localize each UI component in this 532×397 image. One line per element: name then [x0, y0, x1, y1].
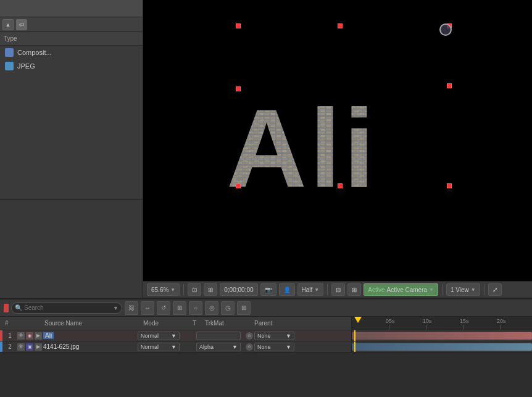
row1-parent-arrow: ▼: [286, 333, 291, 339]
col-icons-header: [17, 317, 42, 330]
list-item-jpeg[interactable]: JPEG: [0, 59, 143, 73]
row2-mode-arrow: ▼: [171, 344, 177, 350]
row2-mode: Normal ▼: [138, 343, 184, 351]
viewport-canvas[interactable]: Ali: [143, 0, 532, 281]
tick-10: [426, 325, 426, 330]
row1-trkmat-dropdown[interactable]: [196, 332, 241, 340]
timeline-area: 🔍 ▼ ⛓ ↔ ↺ ⊞ ○ ◎ ◷ ⊞ # Source Name Mode T: [0, 298, 532, 397]
row2-parent-icon: ⊙: [246, 343, 253, 351]
handle-mr[interactable]: [447, 83, 452, 88]
search-dropdown[interactable]: ▼: [113, 305, 118, 311]
type-column-header: Type: [4, 35, 17, 42]
zoom-value: 65.6%: [151, 286, 168, 293]
row1-left: 1 👁 ◉ ▶ Ali Normal ▼: [0, 330, 352, 341]
project-panel-header: [0, 0, 143, 17]
timeline-search-input[interactable]: [11, 303, 122, 314]
row1-eye-icon[interactable]: 👁: [17, 332, 25, 340]
row1-mode-dropdown[interactable]: Normal ▼: [138, 332, 180, 340]
handle-bc[interactable]: [338, 183, 343, 188]
sep-4: [484, 284, 484, 295]
active-label: Active: [368, 286, 384, 293]
tl-btn-solo[interactable]: ↔: [141, 301, 154, 315]
row2-parent-dropdown[interactable]: None ▼: [254, 343, 294, 351]
ruler-10s: 10s: [423, 318, 432, 324]
row1-num: 1: [2, 332, 17, 339]
view-arrow: ▼: [471, 287, 476, 293]
timecode-display[interactable]: 0;00;00;00: [220, 283, 257, 296]
table-row: 1 👁 ◉ ▶ Ali Normal ▼: [0, 330, 532, 341]
person-btn[interactable]: 👤: [279, 283, 295, 296]
fit-icon: ⊡: [192, 286, 197, 293]
tl-btn-grid[interactable]: ⊞: [173, 301, 186, 315]
project-toolbar: ▲ 🏷: [0, 17, 143, 32]
quality-value: Half: [302, 286, 313, 293]
row2-trkmat-arrow: ▼: [232, 344, 238, 350]
row1-name: Ali: [42, 332, 138, 339]
row1-collapse-icon[interactable]: ▶: [35, 332, 42, 340]
handle-bl[interactable]: [236, 183, 241, 188]
row2-right: [352, 341, 532, 352]
col-name-header: Source Name: [42, 317, 141, 330]
row2-mode-dropdown[interactable]: Normal ▼: [138, 343, 180, 351]
main-viewport: Ali: [143, 0, 532, 298]
col-num-header: #: [2, 317, 17, 330]
row1-parent-dropdown[interactable]: None ▼: [254, 332, 294, 340]
person-icon: 👤: [283, 286, 291, 293]
aspect-btn[interactable]: ⊞: [204, 283, 217, 296]
handle-tc[interactable]: [338, 23, 343, 28]
tl-btn-circle[interactable]: ○: [189, 301, 202, 315]
handle-br[interactable]: [447, 183, 452, 188]
handle-ml[interactable]: [236, 86, 241, 91]
ruler-05s: 05s: [386, 318, 395, 324]
search-wrap: 🔍 ▼: [11, 303, 122, 314]
tick-20: [500, 325, 501, 330]
row1-trkmat: [196, 332, 246, 340]
tl-btn-clock[interactable]: ◷: [221, 301, 235, 315]
row2-trkmat-val: Alpha: [199, 344, 214, 350]
sep-1: [183, 284, 184, 295]
tl-btn-hide[interactable]: ↺: [157, 301, 170, 315]
ruler: 05s 10s 15s 20s: [352, 317, 532, 330]
timeline-toolbar: 🔍 ▼ ⛓ ↔ ↺ ⊞ ○ ◎ ◷ ⊞: [0, 299, 532, 317]
file-list-header: Type: [0, 32, 143, 46]
rotation-handle[interactable]: [439, 23, 452, 36]
tag-btn[interactable]: 🏷: [16, 19, 27, 30]
row1-null-icon[interactable]: ◉: [26, 332, 33, 340]
row2-type-icon[interactable]: ▣: [26, 343, 33, 351]
toggle2-btn[interactable]: ⊞: [347, 283, 361, 296]
zoom-btn[interactable]: 65.6% ▼: [147, 283, 180, 296]
toggle1-btn[interactable]: ⊟: [331, 283, 345, 296]
aspect-icon: ⊞: [208, 286, 213, 293]
row1-mode: Normal ▼: [138, 332, 184, 340]
tl-btn-layers[interactable]: ⊞: [237, 301, 251, 315]
row1-name-text: Ali: [43, 332, 54, 339]
list-item-composition[interactable]: Composit...: [0, 46, 143, 59]
playhead-indicator[interactable]: [354, 317, 362, 323]
empty-timeline-space: [0, 353, 532, 397]
fit-btn[interactable]: ⊡: [188, 283, 201, 296]
expand-icon: ⤢: [493, 286, 497, 293]
camera-snap-btn[interactable]: 📷: [260, 283, 276, 296]
expand-btn[interactable]: ⤢: [488, 283, 502, 296]
tl-btn-target[interactable]: ◎: [205, 301, 218, 315]
row2-trkmat: Alpha ▼: [196, 343, 246, 351]
left-panel: ▲ 🏷 Type Composit... JPEG: [0, 0, 143, 298]
project-file-list: Composit... JPEG: [0, 46, 143, 199]
camera-icon: 📷: [265, 286, 272, 293]
col-parent-header: Parent: [252, 317, 314, 330]
row2-trkmat-dropdown[interactable]: Alpha ▼: [196, 343, 241, 351]
col-trkmat-header: TrkMat: [202, 317, 252, 330]
composition-name: Composit...: [17, 49, 52, 56]
tl-btn-link[interactable]: ⛓: [125, 301, 138, 315]
handle-tl[interactable]: [236, 23, 241, 28]
row2-eye-icon[interactable]: 👁: [17, 343, 25, 351]
camera-view-btn[interactable]: Active Active Camera ▼: [364, 283, 438, 296]
tick-15: [463, 325, 463, 330]
up-arrow-btn[interactable]: ▲: [2, 19, 14, 30]
row1-parent-val: None: [257, 333, 271, 339]
viewport-toolbar: 65.6% ▼ ⊡ ⊞ 0;00;00;00 📷 👤 Half ▼: [143, 281, 532, 298]
zoom-arrow: ▼: [170, 287, 175, 293]
view-btn[interactable]: 1 View ▼: [446, 283, 480, 296]
quality-btn[interactable]: Half ▼: [297, 283, 324, 296]
row2-collapse-icon[interactable]: ▶: [35, 343, 42, 351]
